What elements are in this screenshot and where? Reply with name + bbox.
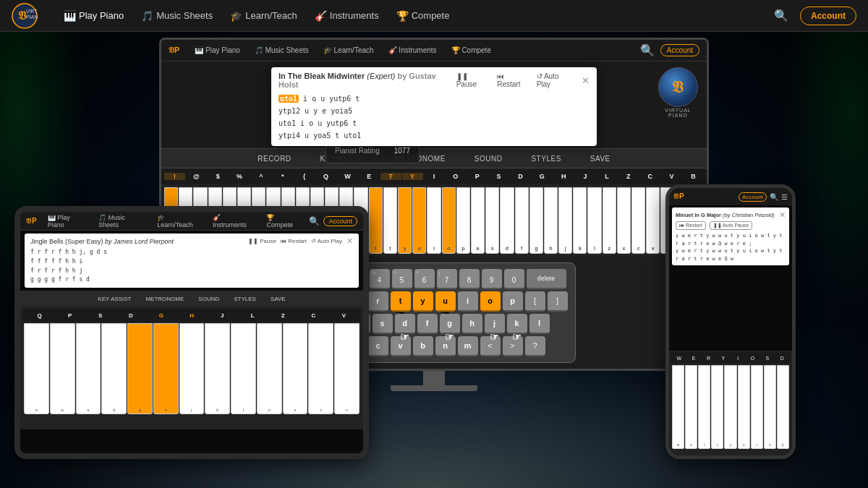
- kb-key-h[interactable]: h: [462, 314, 482, 334]
- monitor-nav-learn[interactable]: 🎓 Learn/Teach: [318, 44, 379, 56]
- twkey-s[interactable]: s: [76, 323, 101, 414]
- tablet-ctrl-keyassist[interactable]: KEY ASSIST: [98, 296, 131, 302]
- tablet-restart-btn[interactable]: ⏮ Restart: [281, 238, 307, 244]
- nav-compete[interactable]: 🏆 Compete: [389, 6, 457, 26]
- record-ctrl[interactable]: RECORD: [258, 155, 291, 163]
- kb-key-0[interactable]: 0: [504, 269, 524, 289]
- twkey-l[interactable]: l: [231, 323, 256, 414]
- logo-area[interactable]: 𝔙 VIRTUAL PIANO: [12, 3, 42, 29]
- kb-key-m[interactable]: m: [458, 336, 478, 356]
- tablet-nav-sheets[interactable]: 🎵 Music Sheets: [95, 213, 150, 230]
- wkey-c[interactable]: c: [631, 187, 645, 254]
- wkey-g[interactable]: g: [529, 187, 543, 254]
- restart-button[interactable]: ⏮ Restart: [497, 72, 529, 88]
- wkey-d[interactable]: d: [500, 187, 514, 254]
- wkey-y[interactable]: y: [398, 187, 412, 254]
- kb-key-l[interactable]: l: [529, 314, 550, 334]
- pwkey-t[interactable]: t: [711, 365, 723, 449]
- tablet-account-btn[interactable]: Account: [323, 216, 357, 226]
- wkey-u[interactable]: u: [412, 187, 426, 254]
- autoplay-button[interactable]: ↺ Auto Play: [537, 72, 574, 88]
- save-ctrl[interactable]: SAVE: [590, 155, 610, 163]
- kb-key-u-active[interactable]: u ☞: [435, 291, 456, 312]
- phone-autopause-btn[interactable]: ❚❚ Auto Pause: [710, 221, 753, 230]
- wkey-o[interactable]: o: [442, 187, 456, 254]
- kb-key-d[interactable]: d ☞: [395, 314, 415, 334]
- kb-key-k[interactable]: k ☞: [507, 314, 527, 334]
- kb-key-c[interactable]: c: [368, 336, 388, 356]
- kb-key-6[interactable]: * 6: [414, 269, 435, 289]
- wkey-s[interactable]: s: [485, 187, 499, 254]
- kb-key-t-active[interactable]: t ☞: [391, 291, 411, 312]
- kb-key-bracket-l[interactable]: [: [525, 291, 545, 312]
- pwkey-e[interactable]: e: [685, 365, 697, 449]
- twkey-c[interactable]: c: [308, 323, 333, 414]
- account-button[interactable]: Account: [800, 7, 856, 25]
- twkey-j[interactable]: j: [179, 323, 205, 414]
- kb-key-5[interactable]: ^ 5: [392, 269, 412, 289]
- kb-key-p[interactable]: p: [503, 291, 523, 312]
- kb-key-bracket-r[interactable]: ]: [548, 291, 568, 312]
- twkey-z[interactable]: z: [257, 323, 282, 414]
- phone-account-btn[interactable]: Account: [739, 192, 767, 202]
- pwkey-y[interactable]: y: [724, 365, 736, 449]
- phone-keyboard[interactable]: W E R Y I O S D w e r t y u i o p: [669, 351, 792, 455]
- wkey-z[interactable]: z: [603, 187, 616, 254]
- kb-key-s[interactable]: s: [373, 314, 393, 334]
- kb-key-i[interactable]: i: [458, 291, 478, 312]
- monitor-account-btn[interactable]: Account: [660, 44, 699, 56]
- wkey-f[interactable]: f: [515, 187, 529, 254]
- twkey-g-active[interactable]: g: [127, 323, 153, 414]
- tablet-nav-learn[interactable]: 🎓 Learn/Teach: [153, 213, 205, 230]
- phone-close-btn[interactable]: ✕: [779, 210, 786, 220]
- close-button[interactable]: ✕: [582, 75, 590, 86]
- wkey-k[interactable]: k: [573, 187, 587, 254]
- wkey-t2[interactable]: t: [383, 187, 397, 254]
- monitor-nav-play[interactable]: 🎹 Play Piano: [190, 44, 245, 56]
- pwkey-u[interactable]: u: [738, 365, 750, 449]
- pause-button[interactable]: ❚❚ Pause: [456, 72, 490, 88]
- kb-key-o-active[interactable]: o: [480, 291, 501, 312]
- twkey-k[interactable]: k: [205, 323, 230, 414]
- twkey-d[interactable]: d: [101, 323, 127, 414]
- pwkey-i[interactable]: i: [751, 365, 763, 449]
- twkey-h-active[interactable]: h: [153, 323, 179, 414]
- nav-instruments[interactable]: 🎸 Instruments: [307, 6, 386, 26]
- wkey-p[interactable]: p: [456, 187, 470, 254]
- wkey-i[interactable]: i: [427, 187, 441, 254]
- kb-key-7[interactable]: ( 7: [437, 269, 457, 289]
- nav-music-sheets[interactable]: 🎵 Music Sheets: [134, 6, 220, 26]
- pwkey-o[interactable]: o: [764, 365, 776, 449]
- pwkey-r[interactable]: r: [698, 365, 710, 449]
- monitor-nav-instruments[interactable]: 🎸 Instruments: [383, 44, 442, 56]
- tablet-pause-btn[interactable]: ❚❚ Pause: [248, 238, 276, 244]
- tablet-nav-compete[interactable]: 🏆 Compete: [263, 213, 305, 230]
- tablet-search-icon[interactable]: 🔍: [309, 216, 320, 226]
- kb-key-j[interactable]: j ☞: [485, 314, 505, 334]
- monitor-nav-sheets[interactable]: 🎵 Music Sheets: [250, 44, 314, 56]
- nav-learn-teach[interactable]: 🎓 Learn/Teach: [223, 6, 305, 26]
- wkey-x[interactable]: x: [617, 187, 631, 254]
- pwkey-p[interactable]: p: [777, 365, 789, 449]
- tablet-autoplay-btn[interactable]: ↺ Auto Play: [311, 238, 342, 244]
- kb-delete[interactable]: delete: [527, 269, 566, 289]
- kb-key-8[interactable]: 8: [459, 269, 480, 289]
- kb-key-f[interactable]: f: [417, 314, 438, 334]
- monitor-search-icon[interactable]: 🔍: [640, 43, 655, 57]
- wkey-t[interactable]: t: [369, 187, 383, 254]
- kb-key-r[interactable]: r: [368, 291, 388, 312]
- wkey-v[interactable]: v: [646, 187, 660, 254]
- phone-search-icon[interactable]: 🔍: [770, 193, 778, 201]
- wkey-j[interactable]: j: [558, 187, 572, 254]
- sound-ctrl[interactable]: SOUND: [475, 155, 503, 163]
- kb-key-g[interactable]: g ☞: [440, 314, 460, 334]
- tablet-ctrl-save[interactable]: SAVE: [271, 296, 286, 302]
- wkey-l[interactable]: l: [587, 187, 601, 254]
- wkey-h[interactable]: h: [544, 187, 558, 254]
- tablet-nav-instruments[interactable]: 🎸 Instruments: [209, 213, 259, 230]
- kb-key-question[interactable]: ?: [525, 336, 545, 356]
- phone-restart-btn[interactable]: ⏮ Restart: [676, 221, 706, 230]
- tablet-ctrl-styles[interactable]: STYLES: [234, 296, 256, 302]
- tablet-nav-play[interactable]: 🎹 Play Piano: [44, 213, 91, 230]
- pwkey-w[interactable]: w: [672, 365, 684, 449]
